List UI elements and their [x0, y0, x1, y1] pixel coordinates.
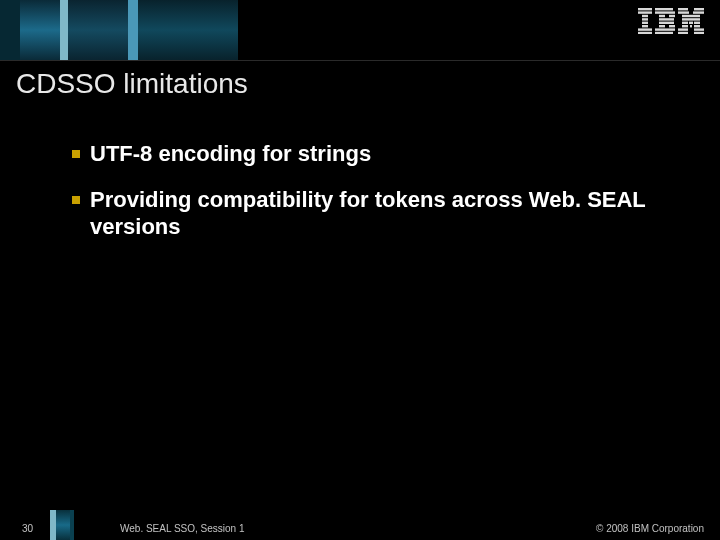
svg-rect-24 — [682, 18, 688, 20]
svg-rect-6 — [638, 28, 652, 30]
svg-rect-27 — [682, 22, 688, 24]
svg-rect-21 — [693, 11, 704, 13]
page-number: 30 — [22, 523, 33, 534]
header-stripes — [0, 0, 260, 60]
footer-copyright: © 2008 IBM Corporation — [596, 523, 704, 534]
svg-rect-18 — [678, 8, 688, 10]
svg-rect-20 — [678, 11, 689, 13]
svg-rect-2 — [642, 15, 648, 17]
svg-rect-32 — [694, 25, 700, 27]
svg-rect-0 — [638, 8, 652, 10]
footer-session-label: Web. SEAL SSO, Session 1 — [120, 523, 245, 534]
svg-rect-33 — [678, 28, 688, 30]
svg-rect-8 — [655, 8, 673, 10]
svg-rect-26 — [694, 18, 700, 20]
svg-rect-23 — [691, 15, 700, 17]
svg-rect-9 — [655, 11, 675, 13]
bullet-text: Providing compatibility for tokens acros… — [90, 186, 680, 241]
header-divider — [0, 60, 720, 61]
bullet-item: UTF-8 encoding for strings — [72, 140, 680, 168]
svg-rect-7 — [638, 32, 652, 34]
svg-rect-16 — [655, 28, 675, 30]
bullet-text: UTF-8 encoding for strings — [90, 140, 371, 168]
svg-rect-4 — [642, 22, 648, 24]
svg-rect-11 — [669, 15, 675, 17]
svg-rect-12 — [659, 18, 674, 20]
ibm-logo-icon — [638, 8, 704, 34]
square-bullet-icon — [72, 196, 80, 204]
svg-rect-29 — [694, 22, 700, 24]
footer-stripes — [50, 510, 78, 540]
slide-footer: 30 Web. SEAL SSO, Session 1 © 2008 IBM C… — [0, 510, 720, 540]
svg-rect-13 — [659, 22, 674, 24]
slide-body: UTF-8 encoding for strings Providing com… — [72, 140, 680, 259]
svg-rect-34 — [694, 28, 704, 30]
svg-rect-15 — [669, 25, 675, 27]
svg-rect-19 — [694, 8, 704, 10]
svg-rect-25 — [688, 18, 694, 20]
svg-rect-3 — [642, 18, 648, 20]
header-decoration — [0, 0, 720, 60]
svg-rect-22 — [682, 15, 691, 17]
svg-rect-31 — [690, 25, 692, 27]
svg-rect-36 — [694, 32, 704, 34]
square-bullet-icon — [72, 150, 80, 158]
svg-rect-1 — [638, 11, 652, 13]
svg-rect-28 — [689, 22, 693, 24]
svg-rect-17 — [655, 32, 673, 34]
slide-title: CDSSO limitations — [16, 68, 248, 100]
svg-rect-30 — [682, 25, 688, 27]
svg-rect-35 — [678, 32, 688, 34]
svg-rect-5 — [642, 25, 648, 27]
bullet-item: Providing compatibility for tokens acros… — [72, 186, 680, 241]
svg-rect-14 — [659, 25, 665, 27]
svg-rect-10 — [659, 15, 665, 17]
